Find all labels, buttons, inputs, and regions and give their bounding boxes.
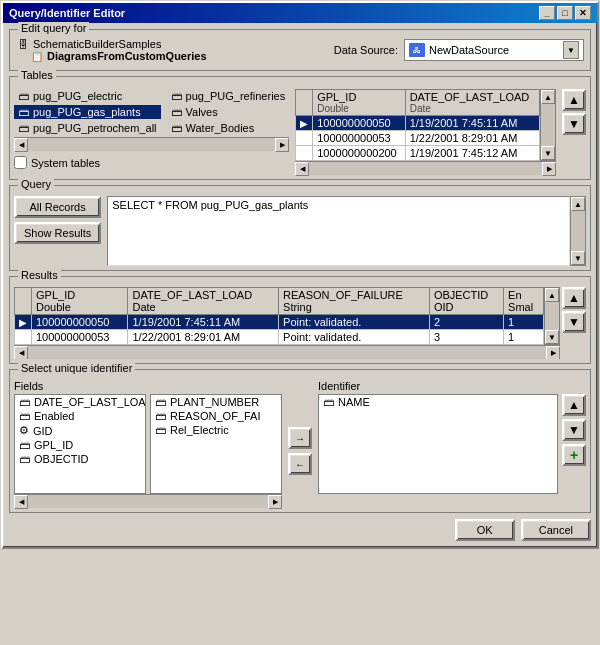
grid-date: 1/19/2001 7:45:12 AM	[405, 146, 539, 161]
table-item-petrochem[interactable]: 🗃 pug_PUG_petrochem_all	[14, 121, 161, 135]
fields-scroll-left[interactable]: ◀	[14, 495, 28, 509]
query-input[interactable]: SELECT * FROM pug_PUG_gas_plants	[107, 196, 570, 266]
results-area: GPL_ID Double DATE_OF_LAST_LOAD Date	[14, 281, 586, 359]
results-down-btn[interactable]: ▼	[562, 311, 586, 333]
result-objectid: 2	[429, 315, 503, 330]
results-scroll-left[interactable]: ◀	[14, 346, 28, 360]
db-icon: 🗄	[16, 38, 30, 50]
diagram-icon: 📋	[30, 50, 44, 62]
window-title: Query/Identifier Editor	[9, 7, 125, 19]
field-item[interactable]: 🗃 PLANT_NUMBER	[151, 395, 281, 409]
system-tables-checkbox[interactable]	[14, 156, 27, 169]
title-bar: Query/Identifier Editor _ □ ✕	[3, 3, 597, 23]
result-col-gpl-id: GPL_ID Double	[32, 288, 128, 315]
result-row[interactable]: ▶ 100000000050 1/19/2001 7:45:11 AM Poin…	[15, 315, 544, 330]
field-item[interactable]: 🗃 GPL_ID	[15, 438, 145, 452]
table-item-refineries[interactable]: 🗃 pug_PUG_refineries	[167, 89, 290, 103]
table-row[interactable]: 1000000000200 1/19/2001 7:45:12 AM	[296, 146, 540, 161]
field-icon: ⚙	[19, 424, 29, 437]
fields-list-right[interactable]: 🗃 PLANT_NUMBER 🗃 REASON_OF_FAI 🗃 Rel_Ele…	[150, 394, 282, 494]
grid-date: 1/22/2001 8:29:01 AM	[405, 131, 539, 146]
grid-hscrollbar[interactable]: ◀ ▶	[295, 161, 556, 175]
tables-down-btn[interactable]: ▼	[562, 113, 586, 135]
fields-list-left[interactable]: 🗃 DATE_OF_LAST_LOAD 🗃 Enabled ⚙ GID	[14, 394, 146, 494]
scroll-up-btn[interactable]: ▲	[541, 90, 555, 104]
results-scroll-up[interactable]: ▲	[545, 288, 559, 302]
minimize-button[interactable]: _	[539, 6, 555, 20]
edit-query-group: Edit query for 🗄 SchematicBuilderSamples…	[9, 29, 591, 71]
table-item-electric[interactable]: 🗃 pug_PUG_electric	[14, 89, 161, 103]
col-gpl-id: GPL_ID Double	[313, 90, 405, 116]
identifier-item[interactable]: 🗃 NAME	[319, 395, 557, 409]
result-col-objectid: OBJECTID OID	[429, 288, 503, 315]
table-row[interactable]: ▶ 100000000050 1/19/2001 7:45:11 AM	[296, 116, 540, 131]
table-item-waterbodies[interactable]: 🗃 Water_Bodies	[167, 121, 290, 135]
scroll-right-btn[interactable]: ▶	[275, 138, 289, 152]
grid-scroll-right[interactable]: ▶	[542, 162, 556, 176]
tables-hscrollbar[interactable]: ◀ ▶	[14, 137, 289, 151]
identifier-up-btn[interactable]: ▲	[562, 394, 586, 416]
tables-vscrollbar[interactable]: ▲ ▼	[540, 89, 556, 161]
edit-query-label: Edit query for	[18, 22, 89, 34]
query-vscrollbar[interactable]: ▲ ▼	[570, 196, 586, 266]
query-scroll-down[interactable]: ▼	[571, 251, 585, 265]
close-button[interactable]: ✕	[575, 6, 591, 20]
query-text-area: SELECT * FROM pug_PUG_gas_plants ▲ ▼	[107, 196, 586, 266]
results-vscrollbar[interactable]: ▲ ▼	[544, 287, 560, 345]
results-scroll-right[interactable]: ▶	[546, 346, 560, 360]
grid-scroll-left[interactable]: ◀	[295, 162, 309, 176]
fields-scroll-right[interactable]: ▶	[268, 495, 282, 509]
scroll-down-btn[interactable]: ▼	[541, 146, 555, 160]
fields-hscrollbar[interactable]: ◀ ▶	[14, 494, 282, 508]
scroll-left-btn[interactable]: ◀	[14, 138, 28, 152]
results-hscrollbar[interactable]: ◀ ▶	[14, 345, 560, 359]
show-results-button[interactable]: Show Results	[14, 222, 101, 244]
result-row[interactable]: 100000000053 1/22/2001 8:29:01 AM Point:…	[15, 330, 544, 345]
maximize-button[interactable]: □	[557, 6, 573, 20]
table-row[interactable]: 100000000053 1/22/2001 8:29:01 AM	[296, 131, 540, 146]
results-scroll-area[interactable]: GPL_ID Double DATE_OF_LAST_LOAD Date	[14, 287, 544, 345]
tables-left-col: 🗃 pug_PUG_electric 🗃 pug_PUG_gas_plants …	[14, 89, 161, 135]
field-icon: 🗃	[155, 410, 166, 422]
field-item[interactable]: ⚙ GID	[15, 423, 145, 438]
table-item-valves[interactable]: 🗃 Valves	[167, 105, 290, 119]
ok-button[interactable]: OK	[455, 519, 515, 541]
system-tables-label: System tables	[31, 157, 100, 169]
query-scroll-up[interactable]: ▲	[571, 197, 585, 211]
cancel-button[interactable]: Cancel	[521, 519, 591, 541]
identifier-down-btn[interactable]: ▼	[562, 419, 586, 441]
identifier-add-btn[interactable]: +	[562, 444, 586, 466]
row-pointer-header	[296, 90, 313, 116]
result-date: 1/22/2001 8:29:01 AM	[128, 330, 279, 345]
add-to-identifier-button[interactable]: →	[288, 427, 312, 449]
fields-cols: 🗃 DATE_OF_LAST_LOAD 🗃 Enabled ⚙ GID	[14, 394, 282, 494]
datasource-arrow[interactable]: ▼	[563, 41, 579, 59]
identifier-area: Identifier 🗃 NAME ▲ ▼ +	[318, 380, 586, 508]
tables-side-btns: ▲ ▼	[562, 89, 586, 175]
all-records-button[interactable]: All Records	[14, 196, 101, 218]
field-item[interactable]: 🗃 REASON_OF_FAI	[151, 409, 281, 423]
remove-from-identifier-button[interactable]: ←	[288, 453, 312, 475]
result-pointer: ▶	[15, 315, 32, 330]
query-group: Query All Records Show Results SELECT * …	[9, 185, 591, 271]
tables-right-col: 🗃 pug_PUG_refineries 🗃 Valves 🗃 Water_Bo…	[167, 89, 290, 135]
field-icon: 🗃	[19, 410, 30, 422]
tables-data-grid: GPL_ID Double DATE_OF_LAST_LOAD Date	[295, 89, 540, 161]
tables-up-btn[interactable]: ▲	[562, 89, 586, 111]
field-item[interactable]: 🗃 Rel_Electric	[151, 423, 281, 437]
results-scroll-down[interactable]: ▼	[545, 330, 559, 344]
identifier-label: Identifier	[318, 380, 586, 392]
result-reason: Point: validated.	[279, 330, 430, 345]
table-item-gas[interactable]: 🗃 pug_PUG_gas_plants	[14, 105, 161, 119]
datasource-dropdown[interactable]: 🖧 NewDataSource ▼	[404, 39, 584, 61]
field-item[interactable]: 🗃 DATE_OF_LAST_LOAD	[15, 395, 145, 409]
system-tables-row: System tables	[14, 156, 289, 169]
datasource-dropdown-container[interactable]: 🖧 NewDataSource ▼	[404, 39, 584, 61]
result-reason: Point: validated.	[279, 315, 430, 330]
results-up-btn[interactable]: ▲	[562, 287, 586, 309]
query-scroll-track	[571, 211, 585, 251]
grid-gpl-id: 100000000050	[313, 116, 405, 131]
field-item[interactable]: 🗃 Enabled	[15, 409, 145, 423]
field-item[interactable]: 🗃 OBJECTID	[15, 452, 145, 466]
identifier-list[interactable]: 🗃 NAME	[318, 394, 558, 494]
